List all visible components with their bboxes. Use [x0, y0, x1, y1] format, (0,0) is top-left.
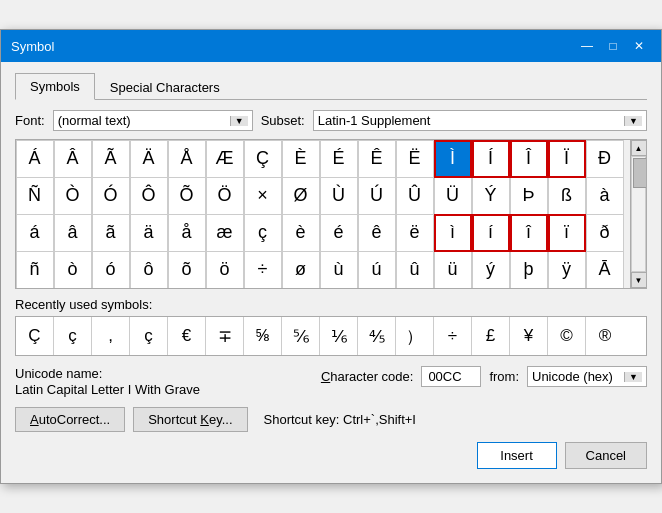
- unicode-name-section: Unicode name: Latin Capital Letter I Wit…: [15, 366, 200, 397]
- recent-symbol-cell[interactable]: Ç: [16, 317, 54, 355]
- character-code-input[interactable]: [421, 366, 481, 387]
- symbol-cell[interactable]: Ò: [54, 177, 92, 215]
- symbol-cell[interactable]: Û: [396, 177, 434, 215]
- symbol-cell[interactable]: Ù: [320, 177, 358, 215]
- character-code-label: Character code:: [321, 369, 414, 384]
- symbol-cell[interactable]: ý: [472, 251, 510, 289]
- recent-symbol-cell[interactable]: ⅝: [244, 317, 282, 355]
- symbol-cell[interactable]: á: [16, 214, 54, 252]
- symbol-cell[interactable]: ô: [130, 251, 168, 289]
- symbol-cell[interactable]: ë: [396, 214, 434, 252]
- scroll-track[interactable]: [631, 156, 646, 272]
- symbol-cell[interactable]: ò: [54, 251, 92, 289]
- charcode-row: Character code: from: Unicode (hex) ▼: [321, 366, 647, 387]
- font-combo[interactable]: (normal text) ▼: [53, 110, 253, 131]
- maximize-button[interactable]: □: [601, 36, 625, 56]
- symbol-cell[interactable]: Å: [168, 140, 206, 178]
- tab-special-characters[interactable]: Special Characters: [95, 73, 235, 100]
- symbol-cell[interactable]: Ê: [358, 140, 396, 178]
- symbol-cell[interactable]: Í: [472, 140, 510, 178]
- symbol-cell[interactable]: ×: [244, 177, 282, 215]
- from-combo[interactable]: Unicode (hex) ▼: [527, 366, 647, 387]
- symbol-cell[interactable]: Ø: [282, 177, 320, 215]
- symbol-cell[interactable]: æ: [206, 214, 244, 252]
- symbol-cell[interactable]: ß: [548, 177, 586, 215]
- symbol-cell[interactable]: ä: [130, 214, 168, 252]
- symbol-cell[interactable]: ø: [282, 251, 320, 289]
- symbol-cell[interactable]: É: [320, 140, 358, 178]
- recent-symbol-cell[interactable]: ç: [130, 317, 168, 355]
- symbol-cell[interactable]: ç: [244, 214, 282, 252]
- symbol-cell[interactable]: â: [54, 214, 92, 252]
- symbol-cell[interactable]: Ā: [586, 251, 624, 289]
- autocorrect-button[interactable]: AutoCorrect...: [15, 407, 125, 432]
- symbol-cell[interactable]: ó: [92, 251, 130, 289]
- recent-symbol-cell[interactable]: ®: [586, 317, 624, 355]
- symbol-cell[interactable]: è: [282, 214, 320, 252]
- symbol-cell[interactable]: Ç: [244, 140, 282, 178]
- symbol-cell[interactable]: Î: [510, 140, 548, 178]
- symbol-cell[interactable]: ÷: [244, 251, 282, 289]
- tab-symbols[interactable]: Symbols: [15, 73, 95, 100]
- symbol-cell[interactable]: Ð: [586, 140, 624, 178]
- symbol-cell[interactable]: å: [168, 214, 206, 252]
- symbol-cell[interactable]: ù: [320, 251, 358, 289]
- symbol-cell[interactable]: Ì: [434, 140, 472, 178]
- symbol-cell[interactable]: é: [320, 214, 358, 252]
- symbol-cell[interactable]: ú: [358, 251, 396, 289]
- recent-symbol-cell[interactable]: ÷: [434, 317, 472, 355]
- symbol-cell[interactable]: ì: [434, 214, 472, 252]
- symbol-cell[interactable]: Ý: [472, 177, 510, 215]
- scroll-down-button[interactable]: ▼: [631, 272, 647, 288]
- symbol-cell[interactable]: Ë: [396, 140, 434, 178]
- symbol-cell[interactable]: Â: [54, 140, 92, 178]
- recent-symbol-cell[interactable]: £: [472, 317, 510, 355]
- recent-symbol-cell[interactable]: ∓: [206, 317, 244, 355]
- recent-symbol-cell[interactable]: ⅘: [358, 317, 396, 355]
- symbol-cell[interactable]: ï: [548, 214, 586, 252]
- symbol-cell[interactable]: í: [472, 214, 510, 252]
- symbol-cell[interactable]: Æ: [206, 140, 244, 178]
- symbol-cell[interactable]: ã: [92, 214, 130, 252]
- recent-symbol-cell[interactable]: ⅙: [320, 317, 358, 355]
- recent-symbol-cell[interactable]: €: [168, 317, 206, 355]
- symbol-cell[interactable]: ê: [358, 214, 396, 252]
- symbol-cell[interactable]: Ó: [92, 177, 130, 215]
- symbol-cell[interactable]: Õ: [168, 177, 206, 215]
- recent-symbol-cell[interactable]: ）: [396, 317, 434, 355]
- symbol-cell[interactable]: Ü: [434, 177, 472, 215]
- scroll-up-button[interactable]: ▲: [631, 140, 647, 156]
- shortcut-key-button[interactable]: Shortcut Key...: [133, 407, 247, 432]
- subset-value: Latin-1 Supplement: [318, 113, 620, 128]
- symbol-cell[interactable]: õ: [168, 251, 206, 289]
- cancel-button[interactable]: Cancel: [565, 442, 647, 469]
- recent-symbol-cell[interactable]: ⅚: [282, 317, 320, 355]
- symbol-cell[interactable]: ÿ: [548, 251, 586, 289]
- symbol-cell[interactable]: ð: [586, 214, 624, 252]
- minimize-button[interactable]: —: [575, 36, 599, 56]
- symbol-cell[interactable]: Á: [16, 140, 54, 178]
- symbol-cell[interactable]: Ô: [130, 177, 168, 215]
- recent-symbol-cell[interactable]: ç: [54, 317, 92, 355]
- recent-symbol-cell[interactable]: ¥: [510, 317, 548, 355]
- symbol-cell[interactable]: Ï: [548, 140, 586, 178]
- recent-symbol-cell[interactable]: ,: [92, 317, 130, 355]
- symbol-cell[interactable]: Ã: [92, 140, 130, 178]
- symbol-cell[interactable]: ñ: [16, 251, 54, 289]
- close-button[interactable]: ✕: [627, 36, 651, 56]
- symbol-cell[interactable]: Ñ: [16, 177, 54, 215]
- recent-symbol-cell[interactable]: ©: [548, 317, 586, 355]
- subset-combo[interactable]: Latin-1 Supplement ▼: [313, 110, 647, 131]
- symbol-cell[interactable]: Þ: [510, 177, 548, 215]
- symbol-cell[interactable]: î: [510, 214, 548, 252]
- insert-button[interactable]: Insert: [477, 442, 557, 469]
- symbol-cell[interactable]: Ú: [358, 177, 396, 215]
- symbol-cell[interactable]: à: [586, 177, 624, 215]
- symbol-cell[interactable]: Ä: [130, 140, 168, 178]
- symbol-cell[interactable]: È: [282, 140, 320, 178]
- symbol-cell[interactable]: Ö: [206, 177, 244, 215]
- symbol-cell[interactable]: û: [396, 251, 434, 289]
- symbol-cell[interactable]: ü: [434, 251, 472, 289]
- symbol-cell[interactable]: ö: [206, 251, 244, 289]
- symbol-cell[interactable]: þ: [510, 251, 548, 289]
